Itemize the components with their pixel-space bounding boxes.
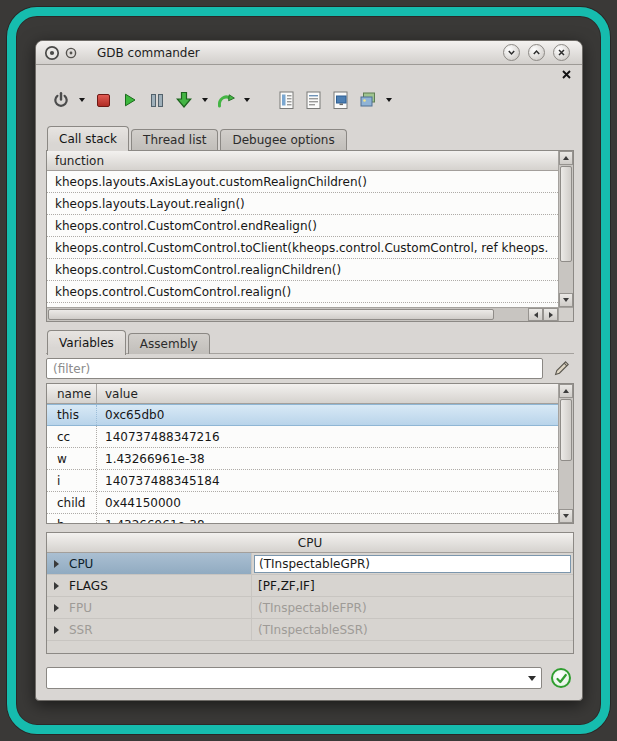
variable-name-cell: this [47,405,97,425]
cpu-value-cell: [PF,ZF,IF] [251,575,573,596]
scroll-up-button[interactable] [559,384,573,398]
scroll-thumb[interactable] [48,309,494,320]
frame-label: kheops.control.CustomControl.endRealign(… [47,219,317,233]
send-command-button[interactable] [551,668,571,688]
power-dropdown-button[interactable] [77,87,87,113]
dropdown-arrow-icon [202,98,208,102]
variable-row[interactable]: this 0xc65db0 [47,404,558,426]
window-controls [503,44,570,61]
variable-row[interactable]: b 1.43266961e-38 [47,514,558,523]
cpu-register-group[interactable]: CPU [47,553,251,574]
scroll-left-button[interactable] [528,308,543,321]
variable-value-cell: 140737488345184 [97,474,558,488]
image-stack-button[interactable] [357,87,379,113]
variable-name-cell: w [47,448,97,469]
flags-register-group[interactable]: FLAGS [47,575,251,596]
step-over-button[interactable] [215,87,237,113]
expand-arrow-icon[interactable] [54,604,59,612]
close-button[interactable] [553,44,570,61]
command-input[interactable] [47,668,523,688]
gdb-command-combobox[interactable] [46,667,542,689]
filter-tool-button[interactable] [550,357,572,379]
function-header-label: function [55,154,104,168]
scroll-up-button[interactable] [559,151,573,165]
text-document-button[interactable] [303,87,325,113]
vertical-scrollbar[interactable] [558,151,573,307]
step-into-icon [175,91,193,109]
filter-input[interactable] [46,358,543,379]
variable-row[interactable]: cc 140737488347216 [47,426,558,448]
callstack-row[interactable]: kheops.layouts.AxisLayout.customRealignC… [47,171,558,193]
cpu-inspector: CPU CPU FLAGS [PF,ZF,IF] [46,532,574,654]
variable-value-cell: 0xc65db0 [97,408,558,422]
horizontal-scrollbar[interactable] [47,307,558,321]
form-document-button[interactable] [276,87,298,113]
image-stack-dropdown-button[interactable] [384,87,394,113]
monitor-document-button[interactable] [330,87,352,113]
step-over-dropdown-button[interactable] [242,87,252,113]
cpu-row-cpu[interactable]: CPU [47,553,573,575]
app-logo-icon [44,45,60,61]
cpu-row-flags[interactable]: FLAGS [PF,ZF,IF] [47,575,573,597]
dropdown-arrow-icon [79,98,85,102]
ssr-register-group[interactable]: SSR [47,619,251,640]
scroll-down-button[interactable] [559,509,573,523]
value-column-header[interactable]: value [97,387,558,401]
shade-button[interactable] [503,44,520,61]
scroll-down-button[interactable] [559,293,573,307]
pen-icon [553,360,570,377]
pause-button[interactable] [146,87,168,113]
app-icon[interactable] [44,45,60,61]
expand-arrow-icon[interactable] [54,582,59,590]
left-arrow-icon [534,312,538,318]
tab-thread-list[interactable]: Thread list [131,129,218,150]
fpu-register-group[interactable]: FPU [47,597,251,618]
function-column-header[interactable]: function [47,151,558,171]
variable-row[interactable]: i 140737488345184 [47,470,558,492]
name-column-header[interactable]: name [47,384,97,403]
callstack-row[interactable]: kheops.control.CustomControl.toClient(kh… [47,237,558,259]
step-into-button[interactable] [173,87,195,113]
tab-assembly[interactable]: Assembly [128,333,210,354]
stop-icon [97,94,110,107]
app-badge-icon [65,47,77,59]
scroll-right-button[interactable] [543,308,558,321]
cpu-row-ssr[interactable]: SSR (TInspectableSSR) [47,619,573,641]
cpu-panel-header[interactable]: CPU [47,533,573,553]
tab-debugee-options[interactable]: Debugee options [220,129,346,150]
run-button[interactable] [119,87,141,113]
form-document-icon [279,91,295,110]
frame-label: kheops.control.CustomControl.toClient(kh… [47,241,548,255]
scroll-thumb[interactable] [560,166,572,262]
variables-rows: this 0xc65db0 cc 140737488347216 w 1.432… [47,404,558,523]
tab-variables[interactable]: Variables [47,330,126,355]
stop-button[interactable] [92,87,114,113]
variable-row[interactable]: child 0x44150000 [47,492,558,514]
down-arrow-icon [563,514,569,518]
power-button[interactable] [50,87,72,113]
callstack-row[interactable]: kheops.layouts.Layout.realign() [47,193,558,215]
screenshot-root: GDB commander [0,0,617,741]
callstack-tabbar: Call stack Thread list Debugee options [47,126,349,150]
expand-arrow-icon[interactable] [54,560,59,568]
maximize-button[interactable] [528,44,545,61]
callstack-row[interactable]: kheops.control.CustomControl.endRealign(… [47,215,558,237]
combo-dropdown-button[interactable] [523,668,541,688]
dock-close-button[interactable] [560,68,573,81]
cpu-row-label: CPU [69,557,93,571]
tab-call-stack[interactable]: Call stack [47,126,129,151]
chevron-down-icon [506,47,517,58]
scroll-thumb[interactable] [560,399,572,461]
vertical-scrollbar[interactable] [558,384,573,523]
step-into-dropdown-button[interactable] [200,87,210,113]
variable-row[interactable]: w 1.43266961e-38 [47,448,558,470]
expand-arrow-icon[interactable] [54,626,59,634]
image-stack-icon [359,91,377,109]
callstack-row[interactable]: kheops.control.CustomControl.realignChil… [47,259,558,281]
cpu-row-fpu[interactable]: FPU (TInspectableFPR) [47,597,573,619]
cpu-row-label: FLAGS [69,579,108,593]
cpu-value-editor[interactable] [254,555,571,573]
callstack-row[interactable]: kheops.control.CustomControl.realign() [47,281,558,303]
cpu-value-cell: (TInspectableSSR) [251,619,573,640]
titlebar[interactable]: GDB commander [36,41,582,65]
